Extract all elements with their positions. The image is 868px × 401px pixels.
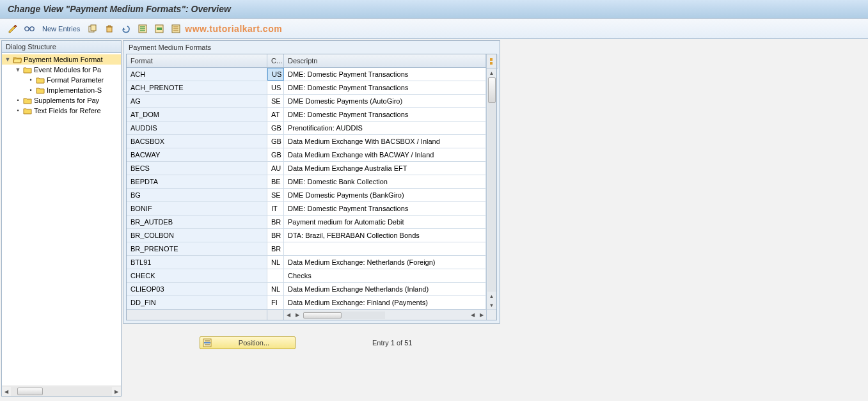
tree-bullet-icon[interactable]: • — [28, 77, 34, 83]
cell-format[interactable]: BONIF — [127, 202, 267, 215]
vscroll-thumb[interactable] — [488, 77, 496, 103]
cell-format[interactable]: BACSBOX — [127, 135, 267, 148]
toggle-display-change-icon[interactable] — [6, 22, 19, 35]
cell-description[interactable]: DME: Domestic Bank Collection — [284, 175, 486, 188]
cell-format[interactable]: AT_DOM — [127, 108, 267, 121]
select-block-icon[interactable] — [153, 22, 166, 35]
cell-format[interactable]: ACH_PRENOTE — [127, 81, 267, 94]
cell-description[interactable]: Data Medium Exchange Netherlands (Inland… — [284, 283, 486, 295]
table-row[interactable]: BR_COLBONBRDTA: Brazil, FEBRABAN Collect… — [127, 229, 486, 242]
cell-country[interactable]: NL — [267, 283, 284, 295]
table-row[interactable]: BEPDTABEDME: Domestic Bank Collection — [127, 175, 486, 189]
cell-format[interactable]: BR_COLBON — [127, 229, 267, 242]
scroll-down-icon[interactable]: ▼ — [487, 301, 496, 310]
cell-description[interactable]: Prenotification: AUDDIS — [284, 122, 486, 134]
cell-format[interactable]: AUDDIS — [127, 122, 267, 134]
table-row[interactable]: BR_AUTDEBBRPayment medium for Automatic … — [127, 216, 486, 229]
table-row[interactable]: ACH_PRENOTEUSDME: Domestic Payment Trans… — [127, 81, 486, 95]
table-row[interactable]: ACHUSDME: Domestic Payment Transactions — [127, 68, 486, 81]
cell-format[interactable]: ACH — [127, 68, 267, 81]
table-row[interactable]: BACWAYGBData Medium Exchange with BACWAY… — [127, 148, 486, 162]
table-row[interactable]: BGSEDME Domestic Payments (BankGiro) — [127, 189, 486, 202]
table-row[interactable]: BR_PRENOTEBR — [127, 242, 486, 256]
scroll-up-icon[interactable]: ▲ — [487, 68, 496, 77]
tree-node[interactable]: ▼Payment Medium Format — [2, 54, 121, 65]
cell-format[interactable]: DD_FIN — [127, 296, 267, 309]
col-header-description[interactable]: Descriptn — [284, 54, 486, 67]
new-entries-button[interactable]: New Entries — [40, 25, 83, 33]
tree-expand-icon[interactable]: ▼ — [15, 67, 21, 73]
cell-format[interactable]: BR_AUTDEB — [127, 216, 267, 228]
cell-country[interactable]: US — [267, 68, 284, 81]
cell-country[interactable]: BE — [267, 175, 284, 188]
cell-description[interactable]: DME: Domestic Payment Transactions — [284, 108, 486, 121]
hscroll-right-nudge-icon[interactable]: ▶ — [293, 311, 302, 320]
tree-node[interactable]: ▼Event Modules for Pa — [2, 65, 121, 75]
copy-icon[interactable] — [86, 22, 99, 35]
cell-format[interactable]: BECS — [127, 162, 267, 175]
cell-description[interactable]: DME Domestic Payments (BankGiro) — [284, 189, 486, 201]
deselect-all-icon[interactable] — [170, 22, 182, 35]
cell-country[interactable]: BR — [267, 216, 284, 228]
cell-description[interactable]: Data Medium Exchange: Netherlands (Forei… — [284, 256, 486, 269]
cell-country[interactable]: GB — [267, 148, 284, 161]
cell-description[interactable]: Data Medium Exchange: Finland (Payments) — [284, 296, 486, 309]
cell-country[interactable]: SE — [267, 189, 284, 201]
position-button[interactable]: Position... — [200, 336, 296, 349]
table-row[interactable]: CHECKChecks — [127, 269, 486, 283]
cell-description[interactable]: Checks — [284, 269, 486, 282]
table-row[interactable]: AGSEDME Domestic Payments (AutoGiro) — [127, 95, 486, 108]
hscroll-left-icon[interactable]: ◀ — [284, 311, 293, 320]
table-config-icon[interactable] — [485, 54, 498, 68]
cell-country[interactable]: US — [267, 81, 284, 94]
cell-description[interactable]: Data Medium Exchange With BACSBOX / Inla… — [284, 135, 486, 148]
cell-description[interactable]: DME: Domestic Payment Transactions — [284, 81, 486, 94]
cell-format[interactable]: BACWAY — [127, 148, 267, 161]
cell-description[interactable]: Data Medium Exchange Australia EFT — [284, 162, 486, 175]
hscroll-thumb[interactable] — [303, 312, 342, 318]
table-row[interactable]: AT_DOMATDME: Domestic Payment Transactio… — [127, 108, 486, 122]
cell-format[interactable]: BTL91 — [127, 256, 267, 269]
tree-bullet-icon[interactable]: • — [28, 87, 34, 93]
delete-icon[interactable] — [103, 22, 116, 35]
table-hscroll[interactable]: ◀ ▶ ◀ ▶ — [127, 310, 496, 320]
cell-description[interactable]: DME: Domestic Payment Transactions — [284, 68, 486, 81]
tree-bullet-icon[interactable]: • — [15, 97, 21, 104]
tree-expand-icon[interactable]: ▼ — [4, 56, 11, 63]
table-row[interactable]: CLIEOP03NLData Medium Exchange Netherlan… — [127, 283, 486, 296]
tree-node[interactable]: •Text Fields for Refere — [2, 106, 121, 116]
table-row[interactable]: BTL91NLData Medium Exchange: Netherlands… — [127, 256, 486, 269]
cell-description[interactable]: DTA: Brazil, FEBRABAN Collection Bonds — [284, 229, 486, 242]
cell-country[interactable]: AU — [267, 162, 284, 175]
table-row[interactable]: DD_FINFIData Medium Exchange: Finland (P… — [127, 296, 486, 310]
cell-country[interactable]: BR — [267, 229, 284, 242]
cell-description[interactable]: DME: Domestic Payment Transactions — [284, 202, 486, 215]
col-header-country[interactable]: C... — [267, 54, 284, 67]
hscroll-left2-icon[interactable]: ◀ — [468, 311, 477, 320]
cell-description[interactable]: Data Medium Exchange with BACWAY / Inlan… — [284, 148, 486, 161]
cell-country[interactable]: BR — [267, 242, 284, 255]
table-row[interactable]: BECSAUData Medium Exchange Australia EFT — [127, 162, 486, 175]
cell-country[interactable]: GB — [267, 122, 284, 134]
cell-format[interactable]: CLIEOP03 — [127, 283, 267, 295]
cell-description[interactable]: Payment medium for Automatic Debit — [284, 216, 486, 228]
cell-description[interactable]: DME Domestic Payments (AutoGiro) — [284, 95, 486, 107]
hscroll-right-icon[interactable]: ▶ — [477, 311, 486, 320]
table-row[interactable]: BONIFITDME: Domestic Payment Transaction… — [127, 202, 486, 216]
table-row[interactable]: AUDDISGBPrenotification: AUDDIS — [127, 122, 486, 135]
col-header-format[interactable]: Format — [127, 54, 267, 67]
cell-format[interactable]: BR_PRENOTE — [127, 242, 267, 255]
cell-format[interactable]: CHECK — [127, 269, 267, 282]
cell-country[interactable]: SE — [267, 95, 284, 107]
cell-country[interactable]: AT — [267, 108, 284, 121]
table-row[interactable]: BACSBOXGBData Medium Exchange With BACSB… — [127, 135, 486, 148]
glasses-icon[interactable] — [23, 22, 36, 35]
tree-node[interactable]: •Format Parameter — [2, 75, 121, 85]
scroll-down-icon-upper[interactable]: ▲ — [487, 292, 496, 301]
cell-country[interactable]: NL — [267, 256, 284, 269]
undo-icon[interactable] — [120, 22, 132, 35]
scroll-right-icon[interactable]: ▶ — [112, 387, 121, 396]
cell-description[interactable] — [284, 242, 486, 255]
cell-format[interactable]: BG — [127, 189, 267, 201]
scroll-left-icon[interactable]: ◀ — [2, 387, 11, 396]
